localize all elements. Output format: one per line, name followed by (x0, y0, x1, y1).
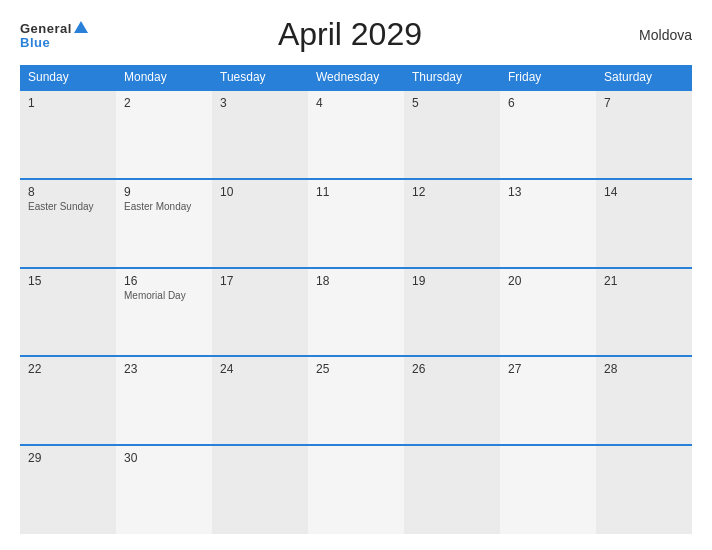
day-number: 4 (316, 96, 396, 110)
day-number: 28 (604, 362, 684, 376)
week-row-1: 1234567 (20, 90, 692, 179)
day-number: 2 (124, 96, 204, 110)
logo-triangle-icon (74, 21, 88, 33)
day-cell-1-5: 13 (500, 179, 596, 268)
day-number: 5 (412, 96, 492, 110)
day-number: 29 (28, 451, 108, 465)
day-number: 27 (508, 362, 588, 376)
day-number: 11 (316, 185, 396, 199)
day-event-label: Easter Sunday (28, 201, 108, 212)
day-number: 13 (508, 185, 588, 199)
week-row-4: 22232425262728 (20, 356, 692, 445)
day-number: 22 (28, 362, 108, 376)
day-cell-0-6: 7 (596, 90, 692, 179)
day-cell-2-2: 17 (212, 268, 308, 357)
day-cell-1-2: 10 (212, 179, 308, 268)
week-row-5: 2930 (20, 445, 692, 534)
day-number: 20 (508, 274, 588, 288)
day-cell-4-2 (212, 445, 308, 534)
day-cell-4-4 (404, 445, 500, 534)
day-number: 16 (124, 274, 204, 288)
weekday-header-row: Sunday Monday Tuesday Wednesday Thursday… (20, 65, 692, 90)
calendar-title: April 2029 (88, 16, 612, 53)
day-number: 9 (124, 185, 204, 199)
day-cell-4-0: 29 (20, 445, 116, 534)
logo-general-text: General (20, 19, 88, 37)
day-number: 30 (124, 451, 204, 465)
day-number: 15 (28, 274, 108, 288)
day-number: 19 (412, 274, 492, 288)
day-cell-3-6: 28 (596, 356, 692, 445)
day-cell-1-3: 11 (308, 179, 404, 268)
day-cell-3-2: 24 (212, 356, 308, 445)
day-number: 21 (604, 274, 684, 288)
day-number: 7 (604, 96, 684, 110)
header-wednesday: Wednesday (308, 65, 404, 90)
day-cell-0-5: 6 (500, 90, 596, 179)
day-number: 14 (604, 185, 684, 199)
day-number: 26 (412, 362, 492, 376)
logo: General Blue (20, 19, 88, 51)
day-cell-2-3: 18 (308, 268, 404, 357)
day-number: 24 (220, 362, 300, 376)
day-cell-1-6: 14 (596, 179, 692, 268)
day-number: 12 (412, 185, 492, 199)
day-cell-0-2: 3 (212, 90, 308, 179)
day-number: 17 (220, 274, 300, 288)
country-label: Moldova (612, 27, 692, 43)
day-number: 6 (508, 96, 588, 110)
day-cell-1-4: 12 (404, 179, 500, 268)
header-sunday: Sunday (20, 65, 116, 90)
header: General Blue April 2029 Moldova (20, 16, 692, 53)
header-monday: Monday (116, 65, 212, 90)
day-cell-0-0: 1 (20, 90, 116, 179)
calendar-table: Sunday Monday Tuesday Wednesday Thursday… (20, 65, 692, 534)
logo-blue-text: Blue (20, 36, 88, 50)
day-cell-0-3: 4 (308, 90, 404, 179)
day-cell-3-0: 22 (20, 356, 116, 445)
day-number: 23 (124, 362, 204, 376)
day-cell-2-4: 19 (404, 268, 500, 357)
day-number: 18 (316, 274, 396, 288)
day-cell-1-1: 9Easter Monday (116, 179, 212, 268)
header-tuesday: Tuesday (212, 65, 308, 90)
day-cell-3-4: 26 (404, 356, 500, 445)
day-number: 8 (28, 185, 108, 199)
day-cell-2-0: 15 (20, 268, 116, 357)
day-cell-4-5 (500, 445, 596, 534)
day-cell-3-3: 25 (308, 356, 404, 445)
day-cell-1-0: 8Easter Sunday (20, 179, 116, 268)
day-event-label: Memorial Day (124, 290, 204, 301)
header-friday: Friday (500, 65, 596, 90)
day-cell-2-5: 20 (500, 268, 596, 357)
day-cell-4-3 (308, 445, 404, 534)
day-cell-0-1: 2 (116, 90, 212, 179)
day-cell-3-1: 23 (116, 356, 212, 445)
week-row-2: 8Easter Sunday9Easter Monday1011121314 (20, 179, 692, 268)
day-cell-3-5: 27 (500, 356, 596, 445)
calendar-page: General Blue April 2029 Moldova Sunday M… (0, 0, 712, 550)
header-thursday: Thursday (404, 65, 500, 90)
week-row-3: 1516Memorial Day1718192021 (20, 268, 692, 357)
day-cell-4-1: 30 (116, 445, 212, 534)
day-cell-4-6 (596, 445, 692, 534)
day-event-label: Easter Monday (124, 201, 204, 212)
day-number: 3 (220, 96, 300, 110)
day-number: 10 (220, 185, 300, 199)
day-cell-0-4: 5 (404, 90, 500, 179)
day-number: 1 (28, 96, 108, 110)
header-saturday: Saturday (596, 65, 692, 90)
day-cell-2-6: 21 (596, 268, 692, 357)
day-number: 25 (316, 362, 396, 376)
day-cell-2-1: 16Memorial Day (116, 268, 212, 357)
